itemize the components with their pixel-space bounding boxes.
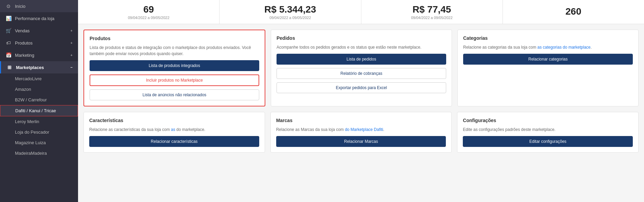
categorias-card: Categorias Relacione as categorias da su… <box>457 30 639 106</box>
categorias-card-title: Categorias <box>463 35 633 41</box>
relacionar-caracteristicas-button[interactable]: Relacionar características <box>89 136 259 147</box>
sidebar-item-label: Início <box>15 4 25 9</box>
sidebar-item-label: Marketplaces <box>16 65 44 70</box>
stat-card-avg: R$ 77,45 09/04/2022 a 09/05/2022 <box>361 0 503 24</box>
sidebar-sub-label: MadeiraMadeira <box>15 151 47 156</box>
plus-icon: + <box>71 41 73 45</box>
relatorio-cobrancas-button[interactable]: Relatório de cobranças <box>277 68 446 79</box>
pedidos-card-desc: Acompanhe todos os pedidos gerados e os … <box>277 44 446 50</box>
exportar-pedidos-button[interactable]: Exportar pedidos para Excel <box>277 82 446 93</box>
content-area: Produtos Lista de produtos e status de i… <box>78 24 644 202</box>
sidebar-item-label: Performance da loja <box>15 16 54 21</box>
configuracoes-card-desc: Edite as configurações padrões deste mar… <box>463 127 633 133</box>
incluir-produtos-button[interactable]: Incluir produtos no Marketplace <box>90 74 259 86</box>
sidebar-sub-label: Amazon <box>15 87 31 92</box>
minus-icon: − <box>71 65 73 69</box>
sidebar-item-b2w[interactable]: B2W / Carrefour <box>0 95 78 105</box>
relacionar-categorias-button[interactable]: Relacionar categorias <box>463 54 633 65</box>
plus-icon: + <box>71 53 73 57</box>
sidebar-item-produtos[interactable]: 🏷 Produtos + <box>0 37 78 49</box>
sidebar-item-lojapescador[interactable]: Loja do Pescador <box>0 127 78 137</box>
tag-icon: 🏷 <box>5 40 12 46</box>
stat-value-orders: 69 <box>144 4 154 15</box>
sidebar-item-inicio[interactable]: ⊙ Início <box>0 0 78 12</box>
sidebar-item-amazon[interactable]: Amazon <box>0 84 78 95</box>
stat-value-revenue: R$ 5.344,23 <box>264 4 316 15</box>
chart-icon: 📊 <box>5 16 12 21</box>
sidebar-sub-label: B2W / Carrefour <box>15 97 47 102</box>
stat-label-orders: 09/04/2022 a 09/05/2022 <box>128 16 169 20</box>
calendar-icon: 📅 <box>5 52 12 58</box>
categorias-card-desc: Relacione as categorias da sua loja com … <box>463 44 633 50</box>
cart-icon: 🛒 <box>5 28 12 33</box>
sidebar-sub-label: Leroy Merlin <box>15 119 39 124</box>
sidebar-sub-label: MercadoLivre <box>15 76 42 81</box>
sidebar-item-mercadolivre[interactable]: MercadoLivre <box>0 73 78 84</box>
marcas-card: Marcas Relacione as Marcas da sua loja c… <box>270 112 452 153</box>
sidebar-sub-label: Magazine Luiza <box>15 140 46 145</box>
sidebar-item-label: Marketing <box>15 53 34 58</box>
categorias-link[interactable]: as categorias do marketplace <box>537 45 591 50</box>
sidebar-item-leroymerlin[interactable]: Leroy Merlin <box>0 116 78 127</box>
caracteristicas-card: Características Relacione as característ… <box>83 112 265 153</box>
produtos-card-desc: Lista de produtos e status de integração… <box>90 45 259 57</box>
stat-label-revenue: 09/04/2022 a 09/05/2022 <box>269 16 311 20</box>
pedidos-card-title: Pedidos <box>277 35 446 41</box>
stat-card-orders: 69 09/04/2022 a 09/05/2022 <box>78 0 220 24</box>
lista-pedidos-button[interactable]: Lista de pedidos <box>277 54 446 65</box>
pedidos-card: Pedidos Acompanhe todos os pedidos gerad… <box>271 30 452 106</box>
configuracoes-card-title: Configurações <box>463 118 633 123</box>
caracteristicas-card-desc: Relacione as características da sua loja… <box>89 127 259 133</box>
sidebar-item-dafiti[interactable]: Dafiti / Kanui / Tricae <box>0 105 78 116</box>
sidebar-sub-label: Loja do Pescador <box>15 130 49 135</box>
marcas-card-title: Marcas <box>276 118 446 123</box>
lista-produtos-button[interactable]: Lista de produtos integrados <box>90 60 259 71</box>
stat-card-revenue: R$ 5.344,23 09/04/2022 a 09/05/2022 <box>220 0 361 24</box>
stat-value-extra: 260 <box>566 6 582 17</box>
marcas-card-desc: Relacione as Marcas da sua loja com do M… <box>276 127 446 133</box>
relacionar-marcas-button[interactable]: Relacionar Marcas <box>276 136 446 147</box>
main-content: 69 09/04/2022 a 09/05/2022 R$ 5.344,23 0… <box>78 0 644 202</box>
home-icon: ⊙ <box>5 3 12 9</box>
cards-row-1: Produtos Lista de produtos e status de i… <box>83 30 639 106</box>
produtos-card-title: Produtos <box>90 36 259 41</box>
sidebar-item-magazineluiza[interactable]: Magazine Luiza <box>0 137 78 148</box>
marcas-link[interactable]: do Marketplace Dafiti <box>345 127 383 132</box>
grid-icon: ⊞ <box>6 65 13 70</box>
produtos-card: Produtos Lista de produtos e status de i… <box>83 30 265 106</box>
sidebar-sub-label: Dafiti / Kanui / Tricae <box>15 108 56 113</box>
sidebar-item-marketing[interactable]: 📅 Marketing + <box>0 49 78 61</box>
sidebar: ⊙ Início 📊 Performance da loja 🛒 Vendas … <box>0 0 78 202</box>
configuracoes-card: Configurações Edite as configurações pad… <box>457 112 639 153</box>
cards-row-2: Características Relacione as característ… <box>83 112 639 153</box>
stats-row: 69 09/04/2022 a 09/05/2022 R$ 5.344,23 0… <box>78 0 644 24</box>
stat-card-extra: 260 <box>503 0 644 24</box>
stat-label-avg: 09/04/2022 a 09/05/2022 <box>411 16 452 20</box>
sidebar-item-performance[interactable]: 📊 Performance da loja <box>0 12 78 24</box>
caracteristicas-card-title: Características <box>89 118 259 123</box>
editar-configuracoes-button[interactable]: Editar configurações <box>463 136 633 147</box>
caracteristicas-link[interactable]: as <box>171 127 175 132</box>
sidebar-item-label: Produtos <box>15 40 33 46</box>
plus-icon: + <box>71 29 73 33</box>
sidebar-item-marketplaces[interactable]: ⊞ Marketplaces − <box>0 61 78 73</box>
sidebar-item-madeiramedeira[interactable]: MadeiraMadeira <box>0 148 78 158</box>
sidebar-item-label: Vendas <box>15 28 30 33</box>
lista-anuncios-button[interactable]: Lista de anúncios não relacionados <box>90 89 259 100</box>
sidebar-item-vendas[interactable]: 🛒 Vendas + <box>0 24 78 37</box>
stat-value-avg: R$ 77,45 <box>413 4 451 15</box>
